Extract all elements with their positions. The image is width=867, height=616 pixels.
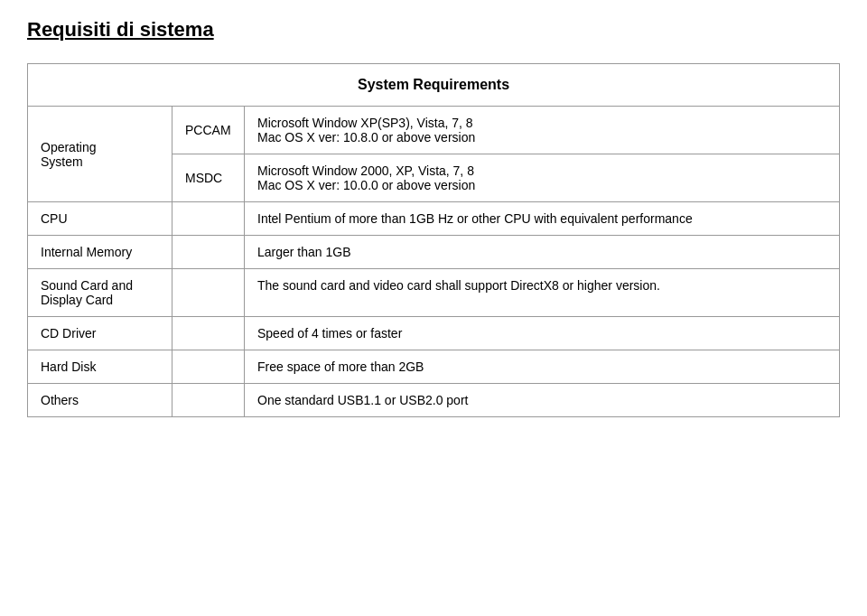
table-row: Internal Memory Larger than 1GB	[28, 236, 840, 269]
pccam-label: PCCAM	[172, 107, 245, 154]
memory-sub	[172, 236, 245, 269]
cpu-value: Intel Pentium of more than 1GB Hz or oth…	[245, 202, 840, 236]
harddisk-label: Hard Disk	[28, 350, 172, 384]
system-requirements-table: System Requirements OperatingSystem PCCA…	[27, 63, 840, 417]
pccam-value: Microsoft Window XP(SP3), Vista, 7, 8 Ma…	[245, 107, 840, 154]
cpu-sub	[172, 202, 245, 236]
memory-label: Internal Memory	[28, 236, 172, 269]
table-row: CD Driver Speed of 4 times or faster	[28, 317, 840, 350]
others-sub	[172, 384, 245, 417]
msdc-label: MSDC	[172, 154, 245, 202]
table-row: Hard Disk Free space of more than 2GB	[28, 350, 840, 384]
table-header: System Requirements	[28, 64, 840, 107]
table-row: Sound Card and Display Card The sound ca…	[28, 269, 840, 317]
table-row: CPU Intel Pentium of more than 1GB Hz or…	[28, 202, 840, 236]
cd-value: Speed of 4 times or faster	[245, 317, 840, 350]
sound-sub	[172, 269, 245, 317]
sound-label: Sound Card and Display Card	[28, 269, 172, 317]
page-title: Requisiti di sistema	[27, 18, 840, 42]
memory-value: Larger than 1GB	[245, 236, 840, 269]
cd-sub	[172, 317, 245, 350]
msdc-value: Microsoft Window 2000, XP, Vista, 7, 8 M…	[245, 154, 840, 202]
cpu-label: CPU	[28, 202, 172, 236]
harddisk-value: Free space of more than 2GB	[245, 350, 840, 384]
others-label: Others	[28, 384, 172, 417]
sound-value: The sound card and video card shall supp…	[245, 269, 840, 317]
others-value: One standard USB1.1 or USB2.0 port	[245, 384, 840, 417]
cd-label: CD Driver	[28, 317, 172, 350]
table-row: OperatingSystem PCCAM Microsoft Window X…	[28, 107, 840, 154]
os-label: OperatingSystem	[28, 107, 172, 202]
table-row: Others One standard USB1.1 or USB2.0 por…	[28, 384, 840, 417]
harddisk-sub	[172, 350, 245, 384]
